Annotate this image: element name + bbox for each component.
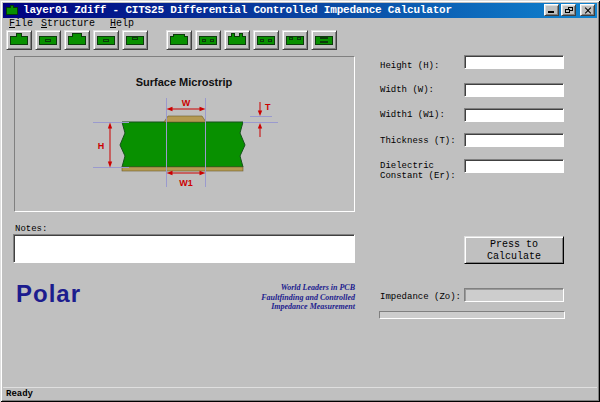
dim-label-h: H bbox=[98, 141, 105, 151]
stripline-icon bbox=[97, 36, 115, 45]
dim-label-w: W bbox=[182, 98, 191, 108]
status-text: Ready bbox=[6, 389, 33, 399]
surface-microstrip-icon bbox=[10, 36, 28, 45]
width1-label: Width1 (W1): bbox=[380, 110, 445, 120]
minimize-icon bbox=[548, 11, 554, 13]
restore-button[interactable] bbox=[561, 4, 576, 16]
impedance-label: Impedance (Zo): bbox=[380, 292, 461, 302]
toolbar bbox=[3, 29, 597, 52]
coated-microstrip-icon bbox=[68, 36, 86, 45]
menu-item-file[interactable]: File bbox=[9, 18, 33, 29]
app-icon bbox=[6, 7, 18, 15]
surface-microstrip-differential-icon bbox=[170, 36, 188, 45]
toolbar-button-surface-microstrip-differential[interactable] bbox=[166, 30, 192, 50]
window-controls bbox=[544, 4, 595, 16]
calculate-button[interactable]: Press to Calculate bbox=[464, 236, 564, 264]
toolbar-button-surface-microstrip[interactable] bbox=[6, 30, 32, 50]
width-input[interactable] bbox=[464, 83, 564, 97]
menu-item-structure[interactable]: Structure bbox=[41, 18, 95, 29]
polar-logo: Polar bbox=[16, 282, 81, 306]
menu-item-help[interactable]: Help bbox=[110, 18, 134, 29]
height-input[interactable] bbox=[464, 55, 564, 69]
toolbar-button-offset-stripline[interactable] bbox=[122, 30, 148, 50]
toolbar-button-coated-microstrip-differential[interactable] bbox=[224, 30, 250, 50]
app-window: layer01 Zdiff - CITS25 Differential Cont… bbox=[0, 0, 600, 402]
broadside-coupled-stripline-icon bbox=[315, 36, 333, 45]
minimize-button[interactable] bbox=[544, 4, 559, 16]
dim-label-t: T bbox=[265, 102, 271, 112]
thickness-label: Thickness (T): bbox=[380, 136, 456, 146]
height-label: Height (H): bbox=[380, 61, 439, 71]
trace-shape bbox=[164, 116, 206, 122]
offset-stripline-differential-icon bbox=[286, 36, 304, 45]
embedded-microstrip-differential-icon bbox=[199, 36, 217, 45]
tagline-line: Impedance Measurement bbox=[205, 302, 355, 312]
toolbar-button-offset-stripline-differential[interactable] bbox=[282, 30, 308, 50]
toolbar-button-edge-coupled-stripline[interactable] bbox=[253, 30, 279, 50]
progress-bar bbox=[379, 311, 565, 319]
width1-input[interactable] bbox=[464, 108, 564, 122]
dielectric-constant-input[interactable] bbox=[464, 159, 564, 173]
toolbar-button-embedded-microstrip-differential[interactable] bbox=[195, 30, 221, 50]
close-button[interactable] bbox=[580, 4, 595, 16]
toolbar-button-stripline[interactable] bbox=[93, 30, 119, 50]
toolbar-button-coated-microstrip[interactable] bbox=[64, 30, 90, 50]
tagline-line: World Leaders in PCB bbox=[205, 283, 355, 293]
thickness-input[interactable] bbox=[464, 133, 564, 147]
edge-coupled-stripline-icon bbox=[257, 36, 275, 45]
impedance-result-field bbox=[464, 288, 564, 302]
toolbar-button-broadside-coupled-stripline[interactable] bbox=[311, 30, 337, 50]
notes-input[interactable] bbox=[13, 234, 355, 263]
dim-label-w1: W1 bbox=[179, 178, 193, 188]
embedded-microstrip-icon bbox=[39, 36, 57, 45]
window-title: layer01 Zdiff - CITS25 Differential Cont… bbox=[23, 4, 452, 16]
structure-diagram-panel: Surface Microstrip bbox=[14, 56, 355, 212]
ground-plane-shape bbox=[122, 167, 243, 171]
width-label: Width (W): bbox=[380, 85, 434, 95]
tagline: World Leaders in PCB Faultfinding and Co… bbox=[205, 283, 355, 312]
title-bar[interactable]: layer01 Zdiff - CITS25 Differential Cont… bbox=[3, 3, 597, 18]
substrate-shape bbox=[120, 122, 245, 167]
diagram-title: Surface Microstrip bbox=[136, 76, 233, 88]
dielectric-constant-label: Dielectric Constant (Er): bbox=[380, 161, 456, 181]
coated-microstrip-differential-icon bbox=[228, 36, 246, 45]
offset-stripline-icon bbox=[126, 36, 144, 45]
tagline-line: Faultfinding and Controlled bbox=[205, 293, 355, 303]
status-bar: Ready bbox=[3, 387, 597, 399]
notes-label: Notes: bbox=[15, 224, 47, 234]
surface-microstrip-diagram: Surface Microstrip bbox=[14, 56, 355, 212]
toolbar-button-embedded-microstrip[interactable] bbox=[35, 30, 61, 50]
